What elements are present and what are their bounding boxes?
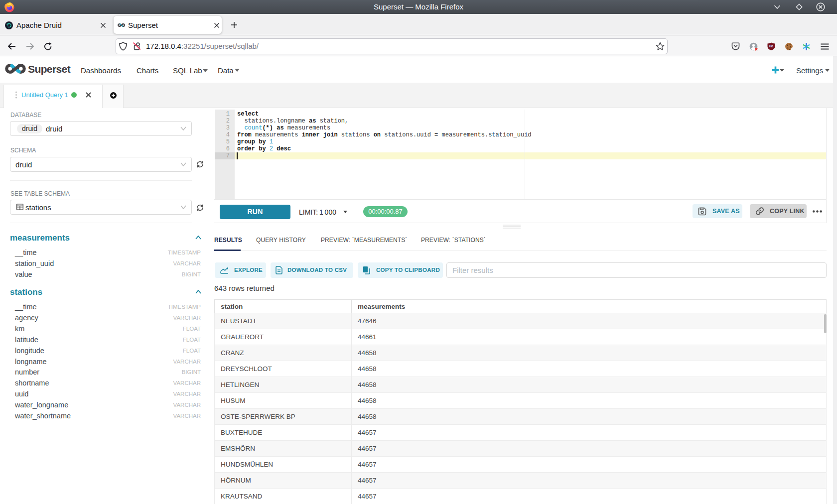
svg-text:UO: UO <box>769 45 773 48</box>
